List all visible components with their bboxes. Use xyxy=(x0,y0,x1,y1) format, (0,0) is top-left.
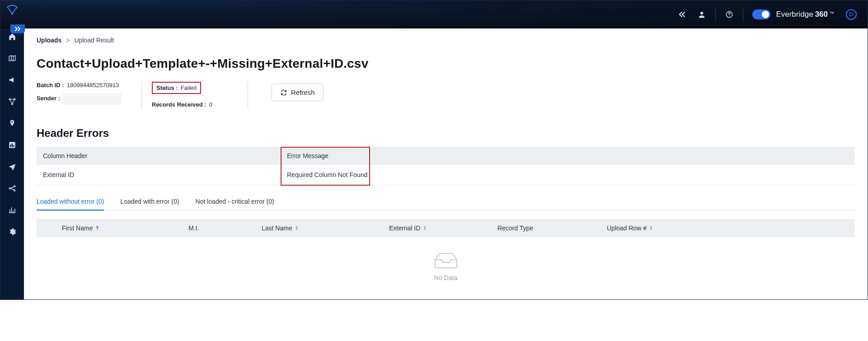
page-title: Contact+Upload+Template+-+Missing+Extern… xyxy=(37,56,855,71)
brand-toggle[interactable] xyxy=(752,9,770,19)
sidebar-expand-tab[interactable] xyxy=(10,24,25,33)
brand-name-bold: 360 xyxy=(815,10,828,19)
status-box: Status : Failed xyxy=(152,82,201,94)
header-errors-title: Header Errors xyxy=(37,127,855,140)
main-content: Uploads > Upload Result Contact+Upload+T… xyxy=(24,28,868,299)
records-label: Records Received : xyxy=(152,101,206,108)
svg-point-2 xyxy=(729,16,730,17)
tab-loaded-err[interactable]: Loaded with error (0) xyxy=(120,195,179,210)
results-grid-header: First Name ▲▼ M.I. Last Name ▲▼ External… xyxy=(37,219,855,237)
chat-icon[interactable] xyxy=(846,9,857,20)
he-col-header: Column Header xyxy=(37,147,281,165)
meta-row: Batch ID : 1809944852570913 Sender : Sta… xyxy=(37,82,855,114)
no-data-block: No Data xyxy=(37,237,855,290)
sender-label: Sender : xyxy=(37,95,60,107)
batch-id-value: 1809944852570913 xyxy=(67,82,119,89)
svg-rect-8 xyxy=(12,144,13,147)
svg-point-12 xyxy=(14,190,15,191)
svg-rect-7 xyxy=(10,145,11,147)
breadcrumb-current: Upload Result xyxy=(74,37,114,44)
separator xyxy=(743,8,743,21)
sort-icon: ▲▼ xyxy=(649,225,653,231)
he-row-header: External ID xyxy=(37,165,281,185)
svg-point-5 xyxy=(12,103,13,105)
megaphone-icon[interactable] xyxy=(0,74,24,86)
pin-icon[interactable] xyxy=(0,117,24,130)
he-col-error: Error Message xyxy=(281,147,855,165)
tab-loaded-ok[interactable]: Loaded without error (0) xyxy=(37,195,104,210)
breadcrumb-sep: > xyxy=(66,37,70,44)
svg-point-0 xyxy=(700,12,703,14)
analytics-icon[interactable] xyxy=(0,204,24,216)
svg-point-3 xyxy=(9,98,10,100)
refresh-icon xyxy=(280,89,287,96)
svg-point-10 xyxy=(9,188,10,189)
status-label: Status : xyxy=(156,84,178,91)
inbox-icon xyxy=(433,251,459,270)
tab-not-loaded[interactable]: Not loaded - critical error (0) xyxy=(195,195,274,210)
sort-icon: ▲▼ xyxy=(423,225,427,231)
table-row: External ID Required Column Not Found xyxy=(37,165,855,185)
he-row-message: Required Column Not Found xyxy=(281,165,855,185)
sort-icon: ▲▼ xyxy=(95,225,99,231)
logo-icon xyxy=(6,4,19,17)
network-icon[interactable] xyxy=(0,182,24,195)
col-upload-row[interactable]: Upload Row # ▲▼ xyxy=(607,224,855,232)
result-tabs: Loaded without error (0) Loaded with err… xyxy=(37,195,855,211)
help-icon[interactable] xyxy=(719,0,739,28)
user-icon[interactable] xyxy=(692,0,712,28)
divider xyxy=(248,82,248,109)
sort-icon: ▲▼ xyxy=(295,225,299,231)
collapse-header-icon[interactable] xyxy=(672,0,692,28)
plane-icon[interactable] xyxy=(0,160,24,173)
svg-rect-9 xyxy=(13,145,14,147)
status-value: Failed xyxy=(181,84,197,91)
col-last-name[interactable]: Last Name ▲▼ xyxy=(262,224,389,232)
col-record-type[interactable]: Record Type xyxy=(497,224,607,232)
gear-icon[interactable] xyxy=(0,225,24,238)
workflow-icon[interactable] xyxy=(0,95,24,108)
batch-id-label: Batch ID : xyxy=(37,82,64,89)
col-external-id[interactable]: External ID ▲▼ xyxy=(389,224,497,232)
no-data-text: No Data xyxy=(434,274,457,281)
col-mi[interactable]: M.I. xyxy=(188,224,262,232)
svg-point-11 xyxy=(14,186,15,187)
breadcrumb-root[interactable]: Uploads xyxy=(37,37,61,44)
svg-point-4 xyxy=(14,98,15,100)
refresh-button[interactable]: Refresh xyxy=(272,84,324,101)
header-errors-table: Column Header Error Message External ID … xyxy=(37,147,855,185)
top-header: Everbridge 360™ xyxy=(0,0,868,28)
breadcrumb: Uploads > Upload Result xyxy=(37,37,855,44)
map-icon[interactable] xyxy=(0,52,24,65)
dashboard-icon[interactable] xyxy=(0,139,24,151)
separator xyxy=(715,8,716,21)
refresh-label: Refresh xyxy=(291,89,315,96)
records-value: 0 xyxy=(209,101,212,108)
col-first-name[interactable]: First Name ▲▼ xyxy=(62,224,188,232)
brand-tm: ™ xyxy=(830,11,834,16)
brand-label[interactable]: Everbridge 360™ xyxy=(776,10,834,19)
divider xyxy=(141,82,142,109)
he-col-error-text: Error Message xyxy=(287,152,328,159)
left-sidebar xyxy=(0,28,24,299)
sender-value-masked xyxy=(63,93,122,105)
brand-name-regular: Everbridge xyxy=(776,10,813,19)
